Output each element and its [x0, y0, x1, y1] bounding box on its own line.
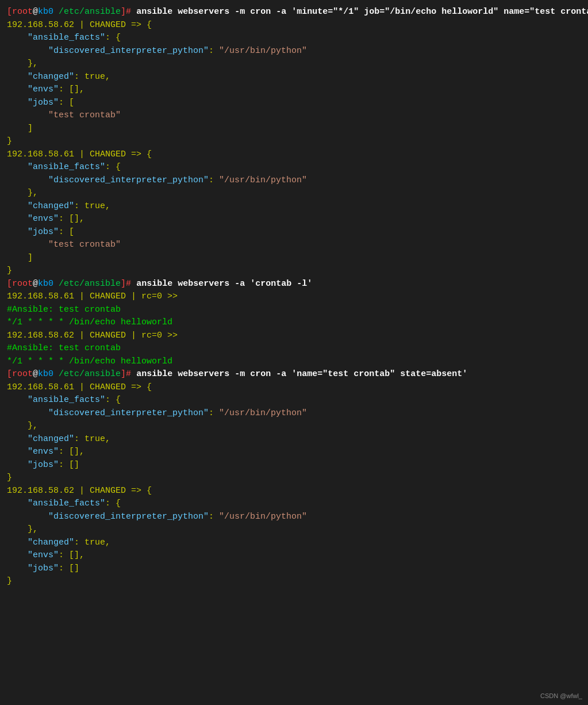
terminal-line: "envs": [], [7, 83, 581, 97]
terminal-line: [root@kb0 /etc/ansible]# ansible webserv… [7, 368, 581, 381]
terminal-line: "changed": true, [7, 433, 581, 446]
terminal-line: */1 * * * * /bin/echo helloworld [7, 316, 581, 329]
terminal-line: }, [7, 58, 581, 71]
terminal-line: ] [7, 252, 581, 265]
terminal-line: }, [7, 187, 581, 200]
terminal-line: "test crontab" [7, 239, 581, 252]
terminal-line: } [7, 135, 581, 148]
terminal-line: "envs": [], [7, 446, 581, 459]
terminal-line: "jobs": [] [7, 562, 581, 576]
terminal-line: "test crontab" [7, 109, 581, 122]
terminal-line: ] [7, 122, 581, 136]
terminal-line: 192.168.58.62 | CHANGED => { [7, 485, 581, 498]
terminal-line: 192.168.58.62 | CHANGED | rc=0 >> [7, 329, 581, 343]
terminal-line: 192.168.58.61 | CHANGED | rc=0 >> [7, 290, 581, 304]
terminal-line: "changed": true, [7, 537, 581, 550]
terminal-line: } [7, 265, 581, 278]
terminal-line: } [7, 575, 581, 588]
terminal-line: [root@kb0 /etc/ansible]# ansible webserv… [7, 6, 581, 19]
terminal-line: "jobs": [] [7, 459, 581, 472]
terminal-line: */1 * * * * /bin/echo helloworld [7, 355, 581, 369]
terminal: [root@kb0 /etc/ansible]# ansible webserv… [7, 6, 581, 588]
terminal-line: }, [7, 523, 581, 537]
terminal-line: "jobs": [ [7, 97, 581, 110]
watermark-text: CSDN @wfwl_ [540, 691, 582, 701]
terminal-line: }, [7, 420, 581, 433]
terminal-line: "discovered_interpreter_python": "/usr/b… [7, 174, 581, 187]
terminal-line: "ansible_facts": { [7, 394, 581, 407]
terminal-line: "jobs": [ [7, 226, 581, 239]
terminal-line: "changed": true, [7, 71, 581, 84]
terminal-line: "discovered_interpreter_python": "/usr/b… [7, 45, 581, 58]
terminal-line: } [7, 472, 581, 485]
terminal-line: "ansible_facts": { [7, 497, 581, 511]
terminal-line: 192.168.58.62 | CHANGED => { [7, 19, 581, 32]
terminal-line: "discovered_interpreter_python": "/usr/b… [7, 407, 581, 420]
terminal-line: 192.168.58.61 | CHANGED => { [7, 148, 581, 162]
terminal-line: 192.168.58.61 | CHANGED => { [7, 381, 581, 394]
terminal-line: #Ansible: test crontab [7, 304, 581, 317]
terminal-line: "changed": true, [7, 200, 581, 213]
terminal-line: "ansible_facts": { [7, 32, 581, 45]
terminal-line: "envs": [], [7, 549, 581, 562]
terminal-line: #Ansible: test crontab [7, 342, 581, 355]
terminal-line: "discovered_interpreter_python": "/usr/b… [7, 511, 581, 524]
terminal-line: [root@kb0 /etc/ansible]# ansible webserv… [7, 278, 581, 291]
terminal-line: "envs": [], [7, 213, 581, 226]
terminal-line: "ansible_facts": { [7, 161, 581, 174]
